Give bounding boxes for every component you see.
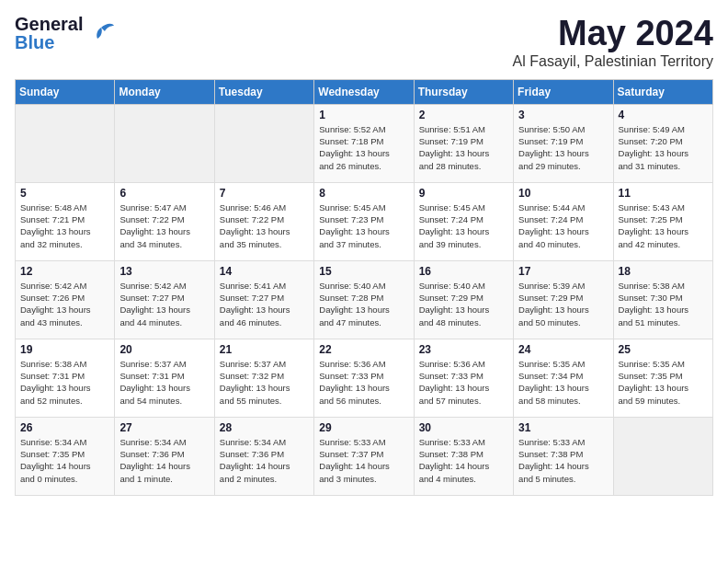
day-info: Sunrise: 5:34 AM Sunset: 7:35 PM Dayligh… (20, 436, 109, 485)
logo-name-line2: Blue (15, 33, 83, 52)
calendar-cell: 27Sunrise: 5:34 AM Sunset: 7:36 PM Dayli… (115, 417, 214, 495)
logo: General Blue (15, 15, 116, 52)
day-info: Sunrise: 5:42 AM Sunset: 7:26 PM Dayligh… (20, 280, 109, 328)
calendar-cell (214, 104, 313, 182)
logo-name-line1: General (15, 15, 83, 33)
day-info: Sunrise: 5:40 AM Sunset: 7:29 PM Dayligh… (419, 280, 508, 328)
day-info: Sunrise: 5:34 AM Sunset: 7:36 PM Dayligh… (220, 436, 309, 485)
calendar-week-row: 5Sunrise: 5:48 AM Sunset: 7:21 PM Daylig… (16, 182, 713, 260)
day-number: 25 (619, 343, 708, 356)
calendar-cell: 25Sunrise: 5:35 AM Sunset: 7:35 PM Dayli… (613, 339, 712, 417)
day-number: 8 (319, 187, 408, 200)
day-number: 18 (619, 265, 708, 278)
day-number: 12 (20, 265, 109, 278)
day-number: 9 (419, 187, 508, 200)
day-info: Sunrise: 5:51 AM Sunset: 7:19 PM Dayligh… (419, 123, 508, 172)
day-info: Sunrise: 5:33 AM Sunset: 7:38 PM Dayligh… (518, 436, 608, 485)
title-block: May 2024 Al Fasayil, Palestinian Territo… (513, 15, 713, 70)
day-number: 24 (518, 343, 608, 356)
day-number: 23 (419, 343, 508, 356)
calendar-cell: 16Sunrise: 5:40 AM Sunset: 7:29 PM Dayli… (414, 260, 513, 339)
calendar-cell (16, 104, 115, 182)
day-info: Sunrise: 5:36 AM Sunset: 7:33 PM Dayligh… (319, 358, 408, 407)
logo-bird-icon (86, 20, 116, 46)
calendar-cell: 1Sunrise: 5:52 AM Sunset: 7:18 PM Daylig… (314, 104, 414, 182)
day-info: Sunrise: 5:33 AM Sunset: 7:37 PM Dayligh… (319, 436, 408, 485)
day-info: Sunrise: 5:39 AM Sunset: 7:29 PM Dayligh… (518, 280, 608, 328)
day-info: Sunrise: 5:49 AM Sunset: 7:20 PM Dayligh… (619, 123, 708, 172)
weekday-header-sunday: Sunday (16, 79, 115, 104)
day-number: 19 (20, 343, 109, 356)
day-info: Sunrise: 5:35 AM Sunset: 7:35 PM Dayligh… (619, 358, 708, 407)
calendar-cell: 22Sunrise: 5:36 AM Sunset: 7:33 PM Dayli… (314, 339, 414, 417)
day-number: 22 (319, 343, 408, 356)
calendar-cell: 7Sunrise: 5:46 AM Sunset: 7:22 PM Daylig… (214, 182, 313, 260)
page-header: General Blue May 2024 Al Fasayil, Palest… (15, 15, 713, 70)
day-number: 31 (518, 421, 608, 434)
day-number: 7 (220, 187, 309, 200)
calendar-cell: 18Sunrise: 5:38 AM Sunset: 7:30 PM Dayli… (613, 260, 712, 339)
day-info: Sunrise: 5:50 AM Sunset: 7:19 PM Dayligh… (518, 123, 608, 172)
day-number: 6 (119, 187, 209, 200)
day-info: Sunrise: 5:33 AM Sunset: 7:38 PM Dayligh… (419, 436, 508, 485)
day-number: 5 (20, 187, 109, 200)
location-title: Al Fasayil, Palestinian Territory (513, 53, 713, 70)
day-number: 1 (319, 109, 408, 121)
day-info: Sunrise: 5:52 AM Sunset: 7:18 PM Dayligh… (319, 123, 408, 172)
weekday-header-row: SundayMondayTuesdayWednesdayThursdayFrid… (16, 79, 713, 104)
day-number: 21 (220, 343, 309, 356)
calendar-cell (115, 104, 214, 182)
day-info: Sunrise: 5:46 AM Sunset: 7:22 PM Dayligh… (220, 201, 309, 250)
day-number: 26 (20, 421, 109, 434)
weekday-header-friday: Friday (514, 79, 613, 104)
calendar-cell: 11Sunrise: 5:43 AM Sunset: 7:25 PM Dayli… (613, 182, 712, 260)
day-number: 11 (619, 187, 708, 200)
month-title: May 2024 (513, 15, 713, 53)
calendar-cell: 10Sunrise: 5:44 AM Sunset: 7:24 PM Dayli… (514, 182, 613, 260)
day-number: 15 (319, 265, 408, 278)
calendar-cell: 23Sunrise: 5:36 AM Sunset: 7:33 PM Dayli… (414, 339, 513, 417)
calendar-cell: 19Sunrise: 5:38 AM Sunset: 7:31 PM Dayli… (16, 339, 115, 417)
day-info: Sunrise: 5:45 AM Sunset: 7:23 PM Dayligh… (319, 201, 408, 250)
calendar-week-row: 1Sunrise: 5:52 AM Sunset: 7:18 PM Daylig… (16, 104, 713, 182)
day-number: 29 (319, 421, 408, 434)
day-info: Sunrise: 5:45 AM Sunset: 7:24 PM Dayligh… (419, 201, 508, 250)
calendar-cell: 31Sunrise: 5:33 AM Sunset: 7:38 PM Dayli… (514, 417, 613, 495)
calendar-week-row: 12Sunrise: 5:42 AM Sunset: 7:26 PM Dayli… (16, 260, 713, 339)
day-number: 13 (119, 265, 209, 278)
day-number: 4 (619, 109, 708, 121)
calendar-cell: 26Sunrise: 5:34 AM Sunset: 7:35 PM Dayli… (16, 417, 115, 495)
day-number: 28 (220, 421, 309, 434)
weekday-header-wednesday: Wednesday (314, 79, 414, 104)
calendar-table: SundayMondayTuesdayWednesdayThursdayFrid… (15, 79, 713, 496)
calendar-cell: 12Sunrise: 5:42 AM Sunset: 7:26 PM Dayli… (16, 260, 115, 339)
day-info: Sunrise: 5:40 AM Sunset: 7:28 PM Dayligh… (319, 280, 408, 328)
day-info: Sunrise: 5:44 AM Sunset: 7:24 PM Dayligh… (518, 201, 608, 250)
day-info: Sunrise: 5:34 AM Sunset: 7:36 PM Dayligh… (119, 436, 209, 485)
day-number: 14 (220, 265, 309, 278)
day-info: Sunrise: 5:47 AM Sunset: 7:22 PM Dayligh… (119, 201, 209, 250)
calendar-week-row: 19Sunrise: 5:38 AM Sunset: 7:31 PM Dayli… (16, 339, 713, 417)
day-info: Sunrise: 5:36 AM Sunset: 7:33 PM Dayligh… (419, 358, 508, 407)
calendar-cell: 6Sunrise: 5:47 AM Sunset: 7:22 PM Daylig… (115, 182, 214, 260)
calendar-cell: 15Sunrise: 5:40 AM Sunset: 7:28 PM Dayli… (314, 260, 414, 339)
day-number: 30 (419, 421, 508, 434)
day-number: 17 (518, 265, 608, 278)
calendar-cell: 30Sunrise: 5:33 AM Sunset: 7:38 PM Dayli… (414, 417, 513, 495)
weekday-header-thursday: Thursday (414, 79, 513, 104)
day-number: 2 (419, 109, 508, 121)
day-info: Sunrise: 5:41 AM Sunset: 7:27 PM Dayligh… (220, 280, 309, 328)
day-info: Sunrise: 5:38 AM Sunset: 7:31 PM Dayligh… (20, 358, 109, 407)
calendar-cell: 8Sunrise: 5:45 AM Sunset: 7:23 PM Daylig… (314, 182, 414, 260)
day-info: Sunrise: 5:42 AM Sunset: 7:27 PM Dayligh… (119, 280, 209, 328)
day-number: 20 (119, 343, 209, 356)
day-info: Sunrise: 5:48 AM Sunset: 7:21 PM Dayligh… (20, 201, 109, 250)
calendar-cell: 21Sunrise: 5:37 AM Sunset: 7:32 PM Dayli… (214, 339, 313, 417)
day-info: Sunrise: 5:35 AM Sunset: 7:34 PM Dayligh… (518, 358, 608, 407)
day-number: 27 (119, 421, 209, 434)
calendar-cell: 20Sunrise: 5:37 AM Sunset: 7:31 PM Dayli… (115, 339, 214, 417)
calendar-cell: 24Sunrise: 5:35 AM Sunset: 7:34 PM Dayli… (514, 339, 613, 417)
calendar-cell: 13Sunrise: 5:42 AM Sunset: 7:27 PM Dayli… (115, 260, 214, 339)
calendar-cell: 29Sunrise: 5:33 AM Sunset: 7:37 PM Dayli… (314, 417, 414, 495)
day-number: 10 (518, 187, 608, 200)
